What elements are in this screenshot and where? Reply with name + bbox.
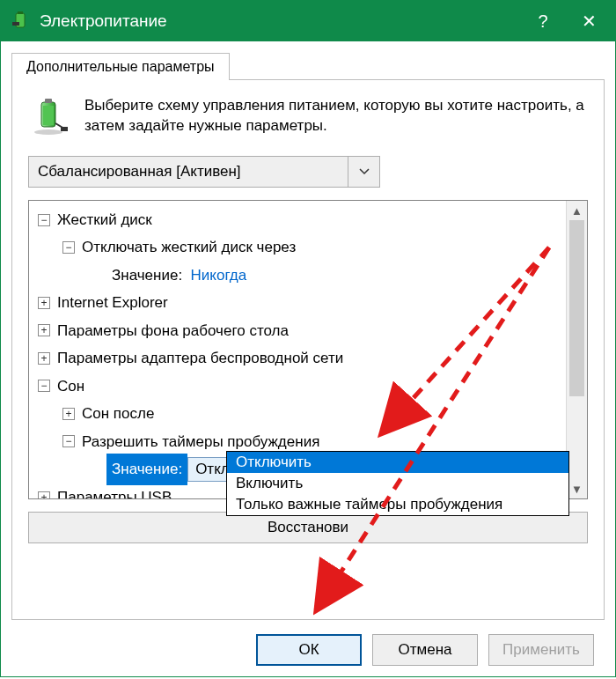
expand-icon[interactable]: +	[38, 324, 50, 336]
tree-node-desktop-bg[interactable]: + Параметры фона рабочего стола	[33, 317, 562, 344]
dropdown-option-disable[interactable]: Отключить	[227, 452, 568, 473]
intro-text: Выберите схему управления питанием, кото…	[84, 96, 588, 137]
tab-page: Выберите схему управления питанием, кото…	[11, 80, 605, 620]
cancel-button[interactable]: Отмена	[372, 634, 478, 666]
tree-node-ie[interactable]: + Internet Explorer	[33, 289, 562, 316]
tree-node-sleep-after[interactable]: + Сон после	[33, 400, 562, 427]
svg-rect-2	[12, 22, 19, 26]
close-button[interactable]: ✕	[566, 1, 612, 41]
expand-icon[interactable]: +	[62, 408, 75, 420]
restore-defaults-button[interactable]: Восстанови	[28, 512, 588, 543]
window-title: Электропитание	[40, 11, 520, 31]
value-link[interactable]: Никогда	[191, 262, 247, 289]
title-bar: Электропитание ? ✕	[1, 1, 615, 41]
expand-icon[interactable]: +	[38, 352, 50, 365]
wake-timers-dropdown[interactable]: Отключить Включить Только важные таймеры…	[226, 451, 569, 516]
tree-node-hdd-value[interactable]: Значение: Никогда	[33, 262, 562, 289]
scroll-up-icon[interactable]: ▲	[567, 201, 587, 220]
tree-node-turnoff-hdd[interactable]: − Отключать жесткий диск через	[33, 233, 562, 261]
svg-rect-6	[43, 106, 54, 125]
svg-point-3	[34, 129, 62, 135]
tree-node-sleep[interactable]: − Сон	[33, 373, 562, 400]
value-label: Значение:	[112, 262, 182, 289]
intro-row: Выберите схему управления питанием, кото…	[28, 96, 588, 137]
power-options-dialog: Электропитание ? ✕ Дополнительные параме…	[0, 0, 616, 677]
dropdown-option-important-only[interactable]: Только важные таймеры пробуждения	[227, 494, 568, 515]
scroll-down-icon[interactable]: ▼	[567, 479, 587, 498]
ok-button[interactable]: ОК	[256, 634, 362, 666]
battery-icon	[28, 96, 69, 137]
collapse-icon[interactable]: −	[62, 241, 75, 254]
dialog-footer: ОК Отмена Применить	[11, 620, 605, 666]
scroll-thumb[interactable]	[569, 220, 584, 396]
svg-rect-7	[61, 127, 68, 131]
tree-label: Параметры адаптера беспроводной сети	[57, 344, 343, 372]
client-area: Дополнительные параметры	[1, 41, 615, 676]
tree-label: Параметры фона рабочего стола	[57, 317, 289, 344]
collapse-icon[interactable]: −	[62, 435, 75, 447]
value-label-selected: Значение:	[106, 454, 187, 484]
tree-label: Параметры USB	[57, 483, 172, 498]
tree-node-wireless[interactable]: + Параметры адаптера беспроводной сети	[33, 344, 562, 372]
dropdown-option-enable[interactable]: Включить	[227, 473, 568, 494]
tree-label: Жесткий диск	[57, 206, 152, 233]
expand-icon[interactable]: +	[38, 491, 50, 498]
tab-strip: Дополнительные параметры	[11, 52, 605, 80]
power-options-icon	[10, 11, 31, 32]
tree-label: Internet Explorer	[57, 289, 168, 316]
chevron-down-icon	[348, 157, 379, 187]
tree-label: Сон после	[82, 400, 154, 427]
tree-label: Сон	[57, 373, 84, 400]
svg-rect-1	[18, 11, 23, 14]
apply-button[interactable]: Применить	[488, 634, 594, 666]
tree-node-hard-disk[interactable]: − Жесткий диск	[33, 206, 562, 233]
power-plan-value: Сбалансированная [Активен]	[29, 163, 348, 181]
tree-label: Отключать жесткий диск через	[82, 233, 296, 261]
tab-advanced-settings[interactable]: Дополнительные параметры	[11, 53, 230, 80]
help-button[interactable]: ?	[520, 1, 566, 41]
svg-rect-5	[45, 99, 52, 103]
collapse-icon[interactable]: −	[38, 380, 50, 392]
expand-icon[interactable]: +	[38, 297, 50, 309]
restore-defaults-partial: Восстанови	[268, 519, 348, 536]
collapse-icon[interactable]: −	[38, 214, 50, 226]
power-plan-combo[interactable]: Сбалансированная [Активен]	[28, 156, 380, 188]
